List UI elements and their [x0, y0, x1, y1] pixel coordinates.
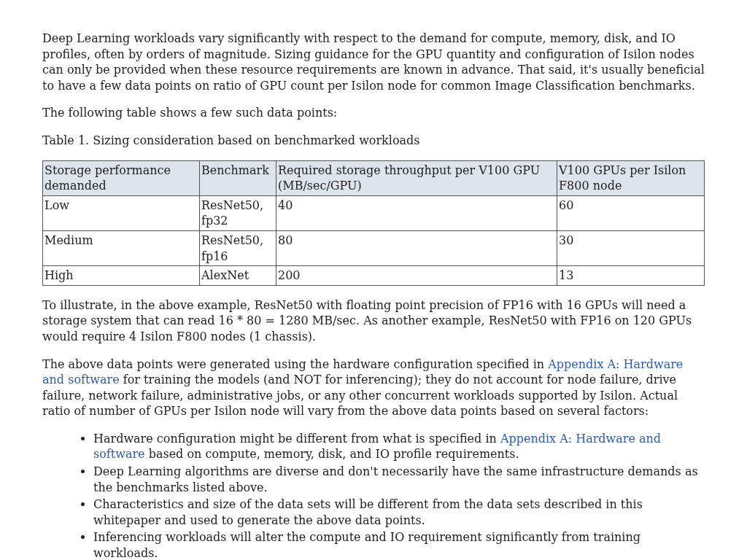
list-item: Characteristics and size of the data set… — [93, 497, 705, 528]
text: based on compute, memory, disk, and IO p… — [145, 447, 519, 461]
cell: High — [43, 266, 200, 286]
intro-paragraph: Deep Learning workloads vary significant… — [42, 31, 705, 93]
cell: Low — [43, 195, 200, 230]
cell: AlexNet — [200, 266, 276, 286]
factors-list: Hardware configuration might be differen… — [42, 431, 705, 560]
table-lead-paragraph: The following table shows a few such dat… — [42, 105, 705, 121]
col-header: Storage performance demanded — [43, 160, 200, 195]
list-item: Inferencing workloads will alter the com… — [93, 529, 705, 560]
text: for training the models (and NOT for inf… — [42, 373, 678, 418]
list-item: Hardware configuration might be differen… — [93, 431, 705, 462]
cell: Medium — [43, 230, 200, 265]
table-row: Low ResNet50, fp32 40 60 — [43, 195, 705, 230]
sizing-table: Storage performance demanded Benchmark R… — [42, 160, 705, 286]
list-item: Deep Learning algorithms are diverse and… — [93, 464, 705, 495]
table-row: Medium ResNet50, fp16 80 30 — [43, 230, 705, 265]
text: The above data points were generated usi… — [42, 357, 548, 371]
cell: 30 — [557, 230, 705, 265]
cell: ResNet50, fp32 — [200, 195, 276, 230]
text: Hardware configuration might be differen… — [93, 432, 500, 446]
table-header-row: Storage performance demanded Benchmark R… — [43, 160, 705, 195]
example-paragraph: To illustrate, in the above example, Res… — [42, 298, 705, 345]
table-row: High AlexNet 200 13 — [43, 266, 705, 286]
factors-paragraph: The above data points were generated usi… — [42, 357, 705, 419]
table-caption: Table 1. Sizing consideration based on b… — [42, 133, 705, 149]
col-header: Benchmark — [200, 160, 276, 195]
col-header: V100 GPUs per Isilon F800 node — [557, 160, 705, 195]
cell: 200 — [276, 266, 557, 286]
cell: 40 — [276, 195, 557, 230]
col-header: Required storage throughput per V100 GPU… — [276, 160, 557, 195]
cell: 80 — [276, 230, 557, 265]
cell: ResNet50, fp16 — [200, 230, 276, 265]
cell: 60 — [557, 195, 705, 230]
cell: 13 — [557, 266, 705, 286]
